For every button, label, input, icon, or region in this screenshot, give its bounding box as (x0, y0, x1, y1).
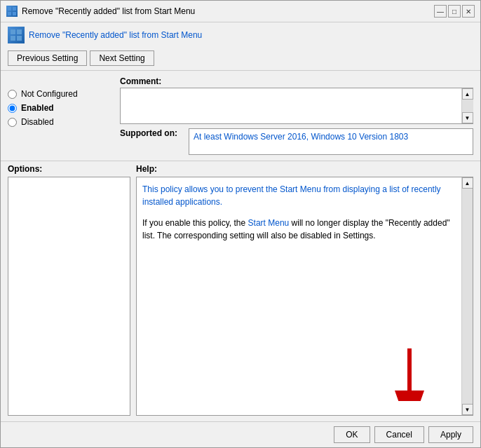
not-configured-label: Not Configured (21, 89, 78, 99)
comment-box-wrapper: ▲ ▼ (120, 88, 473, 124)
help-scroll-down[interactable]: ▼ (462, 404, 473, 415)
help-label: Help: (136, 164, 473, 174)
help-scroll-up[interactable]: ▲ (462, 177, 473, 189)
close-button[interactable]: ✕ (462, 5, 475, 18)
previous-setting-button[interactable]: Previous Setting (8, 50, 87, 66)
supported-on-value: At least Windows Server 2016, Windows 10… (189, 128, 473, 155)
scroll-down-arrow[interactable]: ▼ (462, 112, 473, 123)
options-section: Options: (8, 164, 130, 416)
window-title: Remove "Recently added" list from Start … (22, 6, 195, 16)
nav-buttons: Previous Setting Next Setting (1, 48, 480, 70)
policy-icon (8, 27, 25, 43)
disabled-option[interactable]: Disabled (8, 117, 120, 127)
main-content: Not Configured Enabled Disabled Comment: (1, 70, 480, 421)
options-box (8, 177, 130, 416)
minimize-button[interactable]: — (434, 5, 447, 18)
comment-input[interactable] (121, 88, 461, 123)
supported-area: Supported on: At least Windows Server 20… (120, 128, 473, 155)
title-bar-left: Remove "Recently added" list from Start … (6, 6, 195, 17)
comment-area: Comment: ▲ ▼ (120, 76, 473, 124)
help-section: Help: This policy allows you to prevent … (136, 164, 473, 416)
enabled-label: Enabled (21, 103, 54, 113)
svg-rect-0 (8, 7, 11, 11)
enabled-radio[interactable] (8, 104, 17, 113)
footer: OK Cancel Apply (1, 421, 480, 447)
disabled-label: Disabled (21, 117, 54, 127)
not-configured-option[interactable]: Not Configured (8, 89, 120, 99)
svg-rect-2 (8, 12, 11, 15)
next-setting-button[interactable]: Next Setting (90, 50, 154, 66)
options-label: Options: (8, 164, 130, 174)
ok-button[interactable]: OK (334, 426, 370, 443)
disabled-radio[interactable] (8, 118, 17, 127)
bottom-section: Options: Help: This policy allows you to… (1, 161, 480, 421)
arrow-indicator (388, 345, 431, 401)
help-box: This policy allows you to prevent the St… (136, 177, 473, 416)
help-paragraph-1: This policy allows you to prevent the St… (142, 183, 456, 208)
help-paragraph-2: If you enable this policy, the Start Men… (142, 217, 456, 242)
svg-rect-4 (11, 29, 15, 34)
window-icon (6, 6, 18, 17)
svg-rect-3 (13, 12, 16, 15)
title-bar-buttons: — □ ✕ (434, 5, 475, 18)
svg-rect-1 (13, 7, 16, 11)
supported-on-text: At least Windows Server 2016, Windows 10… (194, 132, 408, 142)
main-window: Remove "Recently added" list from Start … (0, 0, 481, 448)
comment-label: Comment: (120, 76, 473, 86)
supported-on-label: Supported on: (120, 128, 183, 138)
scroll-up-arrow[interactable]: ▲ (462, 88, 473, 100)
cancel-button[interactable]: Cancel (374, 426, 424, 443)
right-section: Comment: ▲ ▼ Supported on: At least (120, 76, 473, 155)
not-configured-radio[interactable] (8, 90, 17, 99)
enabled-option[interactable]: Enabled (8, 103, 120, 113)
svg-rect-7 (17, 36, 22, 41)
radio-section: Not Configured Enabled Disabled (8, 76, 120, 155)
scroll-track (462, 100, 473, 112)
title-bar: Remove "Recently added" list from Start … (1, 1, 480, 22)
policy-title-link[interactable]: Remove "Recently added" list from Start … (29, 30, 202, 40)
comment-scrollbar[interactable]: ▲ ▼ (461, 88, 473, 123)
header-area: Remove "Recently added" list from Start … (1, 22, 480, 48)
svg-rect-5 (17, 29, 22, 34)
restore-button[interactable]: □ (448, 5, 461, 18)
apply-button[interactable]: Apply (428, 426, 473, 443)
help-scrollbar[interactable]: ▲ ▼ (461, 177, 473, 415)
top-section: Not Configured Enabled Disabled Comment: (1, 71, 480, 161)
svg-rect-6 (11, 36, 15, 41)
help-scroll-track (462, 189, 473, 404)
